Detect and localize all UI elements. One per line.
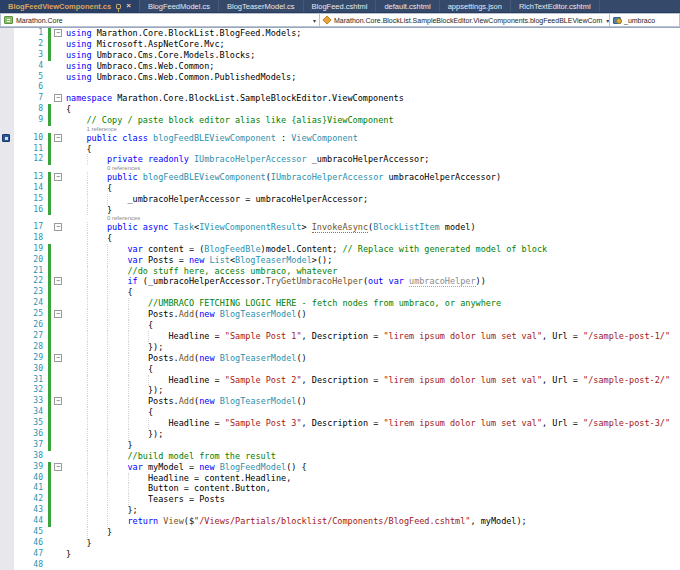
code-line[interactable]: 14{	[0, 183, 680, 194]
line-number[interactable]: 12	[14, 154, 48, 165]
line-number[interactable]: 34	[14, 407, 48, 418]
codelens-label[interactable]: 0 references	[66, 215, 140, 222]
line-number[interactable]: 30	[14, 364, 48, 375]
code-line[interactable]: 31Headline = "Sample Post 2", Descriptio…	[0, 375, 680, 386]
codelens-label[interactable]: 0 references	[66, 165, 140, 172]
code-line[interactable]: 12private readonly IUmbracoHelperAccesso…	[0, 154, 680, 165]
fold-collapse-icon[interactable]	[54, 310, 62, 318]
tab-BlogFeed.cshtml[interactable]: BlogFeed.cshtml	[304, 0, 377, 12]
code-line[interactable]: 11{	[0, 144, 680, 155]
line-number[interactable]: 43	[14, 505, 48, 516]
line-number[interactable]: 26	[14, 320, 48, 331]
code-line[interactable]: 42Teasers = Posts	[0, 494, 680, 505]
line-number[interactable]: 41	[14, 483, 48, 494]
line-number[interactable]: 22	[14, 276, 48, 287]
fold-collapse-icon[interactable]	[54, 463, 62, 471]
code-line[interactable]: 48	[0, 560, 680, 570]
type-dropdown[interactable]: Marathon.Core.BlockList.SampleBlockEdito…	[320, 13, 610, 27]
line-number[interactable]: 1	[14, 28, 48, 39]
line-number[interactable]: 45	[14, 527, 48, 538]
code-line[interactable]: 45}	[0, 527, 680, 538]
code-line[interactable]: 43};	[0, 505, 680, 516]
fold-collapse-icon[interactable]	[54, 277, 62, 285]
code-line[interactable]: 38//build model from the result	[0, 451, 680, 462]
code-line[interactable]: 13public blogFeedBLEViewComponent(IUmbra…	[0, 172, 680, 183]
fold-collapse-icon[interactable]	[54, 173, 62, 181]
code-line[interactable]: 39var myModel = new BlogFeedModel() {	[0, 462, 680, 473]
line-number[interactable]: 32	[14, 385, 48, 396]
line-number[interactable]: 19	[14, 244, 48, 255]
code-line[interactable]: 29Posts.Add(new BlogTeaserModel()	[0, 353, 680, 364]
code-editor[interactable]: 1using Marathon.Core.BlockList.BlogFeed.…	[0, 28, 680, 570]
line-number[interactable]: 44	[14, 516, 48, 527]
code-line[interactable]: 5using Umbraco.Cms.Web.Common.PublishedM…	[0, 72, 680, 83]
fold-collapse-icon[interactable]	[54, 29, 62, 37]
line-number[interactable]: 28	[14, 342, 48, 353]
codelens-label[interactable]: 1 reference	[66, 126, 117, 133]
code-line[interactable]: 33Posts.Add(new BlogTeaserModel()	[0, 396, 680, 407]
code-line[interactable]: 10public class blogFeedBLEViewComponent …	[0, 133, 680, 144]
line-number[interactable]: 10	[14, 133, 48, 144]
line-number[interactable]: 31	[14, 375, 48, 386]
line-number[interactable]: 25	[14, 309, 48, 320]
code-line[interactable]: 37}	[0, 440, 680, 451]
fold-collapse-icon[interactable]	[54, 354, 62, 362]
code-line[interactable]: 20var Posts = new List<BlogTeaserModel>(…	[0, 255, 680, 266]
fold-collapse-icon[interactable]	[54, 94, 62, 102]
code-line[interactable]: 9// Copy / paste block editor alias like…	[0, 115, 680, 126]
code-line[interactable]: 16}	[0, 205, 680, 216]
line-number[interactable]: 3	[14, 50, 48, 61]
line-number[interactable]: 7	[14, 93, 48, 104]
line-number[interactable]: 8	[14, 104, 48, 115]
code-line[interactable]: 18{	[0, 233, 680, 244]
code-line[interactable]: 28});	[0, 342, 680, 353]
code-line[interactable]: 24//UMBRACO FETCHING LOGIC HERE - fetch …	[0, 298, 680, 309]
tab-BlogFeedViewComponent.cs[interactable]: BlogFeedViewComponent.cs×	[0, 0, 140, 12]
code-line[interactable]: 40Headline = content.Headline,	[0, 473, 680, 484]
line-number[interactable]: 4	[14, 61, 48, 72]
tab-default.cshtml[interactable]: default.cshtml	[376, 0, 439, 12]
code-line[interactable]: 22if (_umbracoHelperAccessor.TryGetUmbra…	[0, 276, 680, 287]
line-number[interactable]: 24	[14, 298, 48, 309]
line-number[interactable]: 17	[14, 222, 48, 233]
code-line[interactable]: 8{	[0, 104, 680, 115]
line-number[interactable]: 29	[14, 353, 48, 364]
member-dropdown[interactable]: _umbraco	[610, 13, 680, 27]
line-number[interactable]: 16	[14, 205, 48, 216]
line-number[interactable]: 38	[14, 451, 48, 462]
code-line[interactable]: 17public async Task<IViewComponentResult…	[0, 222, 680, 233]
code-line[interactable]: 46}	[0, 538, 680, 549]
line-number[interactable]: 48	[14, 560, 48, 570]
code-line[interactable]: 26{	[0, 320, 680, 331]
line-number[interactable]: 5	[14, 72, 48, 83]
line-number[interactable]: 46	[14, 538, 48, 549]
line-number[interactable]: 15	[14, 194, 48, 205]
code-line[interactable]: 19var content = (BlogFeedBle)model.Conte…	[0, 244, 680, 255]
code-line[interactable]: 6	[0, 82, 680, 93]
close-icon[interactable]: ×	[126, 2, 131, 10]
line-number[interactable]: 20	[14, 255, 48, 266]
code-line[interactable]: 47}	[0, 549, 680, 560]
code-line[interactable]: 44return View($"/Views/Partials/blocklis…	[0, 516, 680, 527]
line-number[interactable]: 33	[14, 396, 48, 407]
line-number[interactable]: 6	[14, 82, 48, 93]
line-number[interactable]: 42	[14, 494, 48, 505]
line-number[interactable]: 14	[14, 183, 48, 194]
line-number[interactable]: 47	[14, 549, 48, 560]
line-number[interactable]: 18	[14, 233, 48, 244]
code-line[interactable]: 32});	[0, 385, 680, 396]
line-number[interactable]: 11	[14, 144, 48, 155]
line-number[interactable]: 23	[14, 287, 48, 298]
line-number[interactable]: 9	[14, 115, 48, 126]
code-line[interactable]: 25Posts.Add(new BlogTeaserModel()	[0, 309, 680, 320]
tab-BlogTeaserModel.cs[interactable]: BlogTeaserModel.cs	[219, 0, 304, 12]
code-line[interactable]: 23{	[0, 287, 680, 298]
line-number[interactable]: 21	[14, 266, 48, 277]
code-line[interactable]: 21//do stuff here, access umbraco, whate…	[0, 266, 680, 277]
code-line[interactable]: 1using Marathon.Core.BlockList.BlogFeed.…	[0, 28, 680, 39]
code-line[interactable]: 35Headline = "Sample Post 3", Descriptio…	[0, 418, 680, 429]
fold-collapse-icon[interactable]	[54, 397, 62, 405]
line-number[interactable]: 39	[14, 462, 48, 473]
code-line[interactable]: 30{	[0, 364, 680, 375]
code-line[interactable]: 2using Microsoft.AspNetCore.Mvc;	[0, 39, 680, 50]
